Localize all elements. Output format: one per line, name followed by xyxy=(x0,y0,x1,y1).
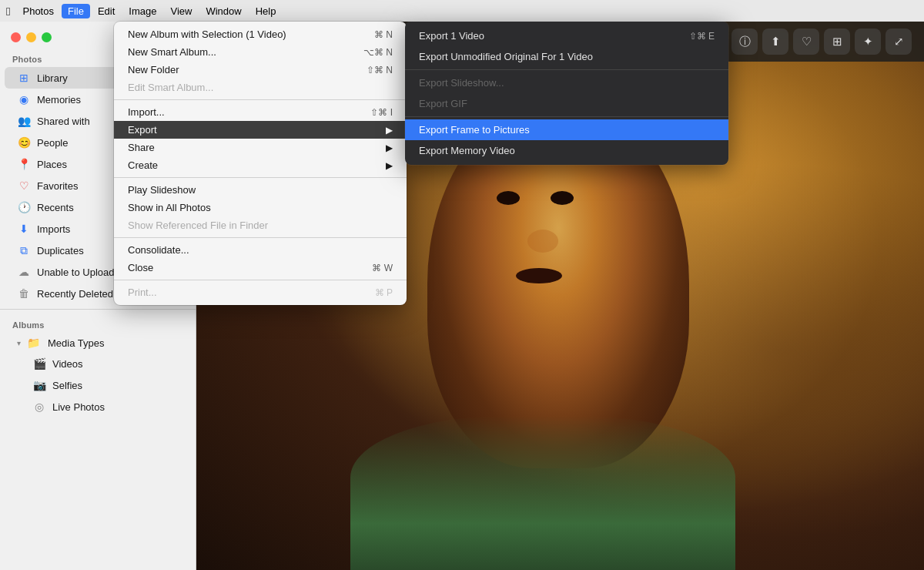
selfies-icon: 📷 xyxy=(32,378,46,392)
menu-item-shortcut: ⇧⌘ N xyxy=(367,65,393,75)
sidebar-item-label-selfies: Selfies xyxy=(52,380,82,391)
grid-button[interactable]: ⊞ xyxy=(824,28,850,55)
export-item-memory-video[interactable]: Export Memory Video xyxy=(405,140,728,161)
sidebar-item-label-recently-deleted: Recently Deleted xyxy=(37,288,113,300)
toolbar-icons: ⓘ ⬆ ♡ ⊞ ✦ ⤢ xyxy=(732,28,912,55)
favorites-icon: ♡ xyxy=(17,179,31,193)
imports-icon: ⬇ xyxy=(17,222,31,236)
live-photos-icon: ◎ xyxy=(32,400,46,414)
sidebar-item-media-types[interactable]: ▾ 📁 Media Types xyxy=(5,333,191,353)
menu-item-close[interactable]: Close ⌘ W xyxy=(114,259,407,277)
menu-item-new-folder[interactable]: New Folder ⇧⌘ N xyxy=(114,61,407,79)
apple-menu-icon[interactable]:  xyxy=(6,5,10,18)
sidebar-item-label-unable-upload: Unable to Upload xyxy=(37,267,114,278)
menubar-photos[interactable]: Photos xyxy=(16,4,59,18)
menu-item-edit-smart-album: Edit Smart Album... xyxy=(114,79,407,96)
media-types-folder-icon: 📁 xyxy=(27,337,40,349)
export-separator-2 xyxy=(405,116,728,117)
sidebar-item-label-media-types: Media Types xyxy=(48,337,104,349)
menu-item-export[interactable]: Export ▶ xyxy=(114,121,407,139)
export-item-slideshow: Export Slideshow... xyxy=(405,72,728,93)
minimize-window-btn[interactable] xyxy=(26,32,36,42)
menubar-view[interactable]: View xyxy=(164,4,198,18)
menubar-help[interactable]: Help xyxy=(249,4,283,18)
videos-icon: 🎬 xyxy=(32,357,46,370)
recently-deleted-icon: 🗑 xyxy=(17,287,31,300)
sparkle-button[interactable]: ✦ xyxy=(855,28,881,55)
info-button[interactable]: ⓘ xyxy=(732,28,758,55)
menu-separator-4 xyxy=(114,280,407,280)
close-window-btn[interactable] xyxy=(11,32,21,42)
export-item-1-video[interactable]: Export 1 Video ⇧⌘ E xyxy=(405,25,728,46)
sidebar-divider-1 xyxy=(0,309,196,310)
menu-item-label: Share xyxy=(128,142,155,153)
export-item-label: Export 1 Video xyxy=(419,30,484,42)
people-icon: 😊 xyxy=(17,136,31,149)
menu-item-play-slideshow[interactable]: Play Slideshow xyxy=(114,181,407,199)
menu-item-shortcut: ⇧⌘ I xyxy=(370,107,393,118)
sidebar-item-selfies[interactable]: 📷 Selfies xyxy=(5,374,191,396)
fullscreen-button[interactable]: ⤢ xyxy=(886,28,912,55)
menu-item-show-all-photos[interactable]: Show in All Photos xyxy=(114,199,407,216)
export-item-label: Export Memory Video xyxy=(419,145,515,156)
sidebar-item-label-memories: Memories xyxy=(37,94,81,106)
share-button[interactable]: ⬆ xyxy=(762,28,788,55)
sidebar-item-label-library: Library xyxy=(37,72,68,84)
sidebar-item-videos[interactable]: 🎬 Videos xyxy=(5,353,191,374)
export-item-label: Export Slideshow... xyxy=(419,77,504,89)
recents-icon: 🕐 xyxy=(17,200,31,214)
sidebar-item-label-favorites: Favorites xyxy=(37,180,78,192)
submenu-arrow-share: ▶ xyxy=(386,142,393,153)
export-item-gif: Export GIF xyxy=(405,93,728,114)
menu-item-label: New Smart Album... xyxy=(128,46,216,58)
menu-item-shortcut: ⌘ W xyxy=(372,263,393,273)
menu-item-share[interactable]: Share ▶ xyxy=(114,139,407,156)
menu-item-label: Edit Smart Album... xyxy=(128,82,213,93)
menu-item-label: Export xyxy=(128,124,157,136)
menu-item-shortcut: ⌘ P xyxy=(375,287,393,298)
sidebar-item-live-photos[interactable]: ◎ Live Photos xyxy=(5,396,191,417)
menu-separator-3 xyxy=(114,237,407,238)
submenu-arrow-icon: ▶ xyxy=(386,125,393,136)
menu-item-import[interactable]: Import... ⇧⌘ I xyxy=(114,103,407,121)
menu-item-create[interactable]: Create ▶ xyxy=(114,156,407,174)
export-item-frame-to-pictures[interactable]: Export Frame to Pictures xyxy=(405,119,728,140)
menu-item-label: Import... xyxy=(128,106,165,118)
submenu-arrow-create: ▶ xyxy=(386,160,393,171)
menubar-window[interactable]: Window xyxy=(199,4,247,18)
menu-item-label: New Album with Selection (1 Video) xyxy=(128,28,286,40)
shared-icon: 👥 xyxy=(17,114,31,128)
duplicates-icon: ⧉ xyxy=(17,243,31,257)
menu-item-show-referenced: Show Referenced File in Finder xyxy=(114,216,407,234)
export-separator-1 xyxy=(405,69,728,70)
menu-item-label: Show Referenced File in Finder xyxy=(128,220,268,231)
menu-item-print: Print... ⌘ P xyxy=(114,283,407,301)
menu-item-shortcut: ⌘ N xyxy=(374,29,393,40)
menubar-file[interactable]: File xyxy=(62,4,90,18)
sidebar-item-label-imports: Imports xyxy=(37,223,70,235)
export-item-label: Export GIF xyxy=(419,98,467,109)
menu-item-new-smart-album[interactable]: New Smart Album... ⌥⌘ N xyxy=(114,43,407,61)
export-item-unmodified-original[interactable]: Export Unmodified Original For 1 Video xyxy=(405,46,728,67)
menu-item-label: Show in All Photos xyxy=(128,202,211,213)
menu-item-label: Print... xyxy=(128,287,157,298)
menubar-edit[interactable]: Edit xyxy=(92,4,121,18)
export-submenu: Export 1 Video ⇧⌘ E Export Unmodified Or… xyxy=(405,22,728,165)
file-menu-dropdown: New Album with Selection (1 Video) ⌘ N N… xyxy=(114,22,407,305)
library-icon: ⊞ xyxy=(17,71,31,85)
collapse-icon: ▾ xyxy=(17,339,21,347)
menubar-image[interactable]: Image xyxy=(122,4,162,18)
menu-item-new-album[interactable]: New Album with Selection (1 Video) ⌘ N xyxy=(114,25,407,43)
favorite-button[interactable]: ♡ xyxy=(793,28,819,55)
sidebar-item-label-recents: Recents xyxy=(37,202,74,213)
sidebar-item-label-duplicates: Duplicates xyxy=(37,245,84,256)
sidebar-item-label-videos: Videos xyxy=(52,358,83,370)
sidebar-item-label-shared: Shared with xyxy=(37,116,90,127)
maximize-window-btn[interactable] xyxy=(42,32,52,42)
menu-item-consolidate[interactable]: Consolidate... xyxy=(114,241,407,259)
places-icon: 📍 xyxy=(17,157,31,171)
menu-item-label: Create xyxy=(128,159,158,171)
menu-bar:  Photos File Edit Image View Window Hel… xyxy=(0,0,924,22)
menu-item-label: Consolidate... xyxy=(128,244,189,256)
export-item-label: Export Frame to Pictures xyxy=(419,124,530,136)
